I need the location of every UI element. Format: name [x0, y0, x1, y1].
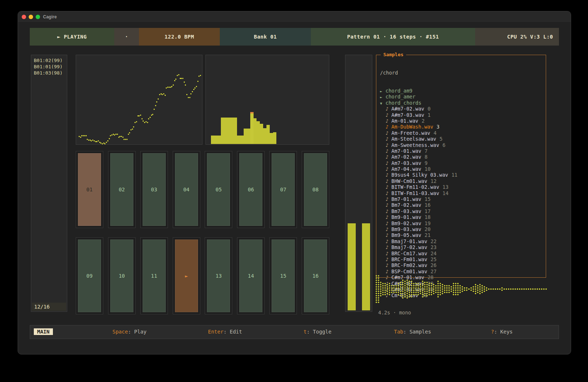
scatter-point: [174, 80, 175, 81]
samples-panel: Samples /chord ►chord_am9►chord_amer▼cho…: [376, 55, 546, 278]
note-icon: ♪: [386, 136, 391, 142]
hint-action: : Toggle: [306, 329, 331, 335]
spectrum-bar: [270, 133, 273, 144]
sample-folder-chord_chords[interactable]: ▼chord_chords: [380, 100, 544, 106]
sample-file-Bm7-01.wav[interactable]: ♪Bm7-01.wav15: [380, 196, 544, 202]
sample-file-BITW-Fm11-03.wav[interactable]: ♪BITW-Fm11-03.wav14: [380, 190, 544, 196]
spectrum-bar: [237, 136, 240, 144]
file-index: 20: [424, 226, 430, 232]
sample-waveform: [375, 274, 549, 304]
close-window-button[interactable]: [22, 15, 26, 19]
waveform-column: [545, 288, 547, 290]
sample-file-Am7-04.wav[interactable]: ♪Am7-04.wav10: [380, 166, 544, 172]
pad-03[interactable]: 03: [140, 151, 168, 228]
sample-folder-chord_am9[interactable]: ►chord_am9: [380, 88, 544, 94]
scatter-point: [152, 114, 153, 115]
sample-file-Am7-01.wav[interactable]: ♪Am7-01.wav7: [380, 148, 544, 154]
pad-12[interactable]: ►: [173, 237, 200, 314]
note-icon: ♪: [386, 262, 391, 268]
scatter-point: [184, 82, 185, 83]
sample-file-Am-Freeto.wav[interactable]: ♪Am-Freeto.wav4: [380, 130, 544, 136]
pad-11[interactable]: 11: [140, 237, 168, 314]
scatter-point: [151, 115, 152, 116]
sample-file-B9sus4 Silky 03.wav[interactable]: ♪B9sus4 Silky 03.wav11: [380, 172, 544, 178]
pad-09[interactable]: 09: [76, 237, 103, 314]
sample-file-Bmaj7-01.wav[interactable]: ♪Bmaj7-01.wav22: [380, 238, 544, 244]
pad-01[interactable]: 01: [76, 151, 103, 228]
pad-06[interactable]: 06: [237, 151, 265, 228]
sample-file-A#m7-03.wav[interactable]: ♪A#m7-03.wav1: [380, 112, 544, 118]
hint-action: : Play: [128, 329, 147, 335]
sample-file-Bm9-05.wav[interactable]: ♪Bm9-05.wav21: [380, 232, 544, 238]
scatter-point: [159, 94, 160, 95]
scatter-point: [99, 142, 100, 143]
sample-file-Bm9-01.wav[interactable]: ♪Bm9-01.wav18: [380, 214, 544, 220]
sample-file-BRC-Fm01.wav[interactable]: ♪BRC-Fm01.wav25: [380, 256, 544, 262]
sample-file-Am7-03.wav[interactable]: ♪Am7-03.wav9: [380, 160, 544, 166]
scatter-point: [141, 118, 143, 119]
pad-surface: 06: [239, 153, 262, 226]
pad-07[interactable]: 07: [269, 151, 297, 228]
pad-02[interactable]: 02: [108, 151, 136, 228]
pad-14[interactable]: 14: [237, 237, 265, 314]
file-name: BRC-Fm01.wav: [391, 256, 427, 262]
sample-file-A#m7-02.wav[interactable]: ♪A#m7-02.wav0: [380, 106, 544, 112]
sample-file-Bm9-02.wav[interactable]: ♪Bm9-02.wav19: [380, 220, 544, 226]
zoom-window-button[interactable]: [36, 15, 40, 19]
file-index: 26: [431, 262, 437, 268]
note-icon: ♪: [386, 190, 391, 196]
pad-surface: 03: [143, 153, 166, 226]
file-index: 3: [437, 124, 440, 130]
status-segment-beat-indicator: ·: [114, 28, 139, 46]
scatter-point: [95, 141, 96, 142]
status-segment-transport[interactable]: ► PLAYING: [30, 28, 114, 46]
scatter-point: [178, 74, 179, 75]
scatter-point: [186, 94, 187, 95]
scatter-point: [154, 109, 155, 110]
pad-surface: 14: [239, 239, 262, 312]
pad-04[interactable]: 04: [173, 151, 200, 228]
note-icon: ♪: [386, 226, 391, 232]
file-name: A#m7-02.wav: [391, 106, 424, 112]
pad-05[interactable]: 05: [205, 151, 232, 228]
sample-file-Bm7-02.wav[interactable]: ♪Bm7-02.wav16: [380, 202, 544, 208]
file-index: 1: [427, 112, 430, 118]
note-icon: ♪: [386, 142, 391, 148]
status-segment-pattern[interactable]: Pattern 01 · 16 steps · #151: [311, 28, 475, 46]
titlebar[interactable]: Cagire: [18, 11, 571, 23]
sample-folder-chord_amer[interactable]: ►chord_amer: [380, 94, 544, 100]
sample-info: 4.2s · mono: [378, 310, 411, 316]
samples-panel-title: Samples: [381, 52, 406, 57]
sample-file-Bm7-03.wav[interactable]: ♪Bm7-03.wav17: [380, 208, 544, 214]
scatter-point: [194, 87, 196, 89]
spectrum-bar: [260, 124, 263, 144]
status-segment-bank[interactable]: Bank 01: [220, 28, 311, 46]
file-name: Am-DubWash.wav: [391, 124, 433, 130]
file-name: Am-01.wav: [391, 118, 418, 124]
scatter-point: [192, 91, 193, 92]
sample-file-BHW-Cm01.wav[interactable]: ♪BHW-Cm01.wav12: [380, 178, 544, 184]
sample-file-BRC-Fm02.wav[interactable]: ♪BRC-Fm02.wav26: [380, 262, 544, 268]
pad-08[interactable]: 08: [302, 151, 329, 228]
pad-10[interactable]: 10: [108, 237, 136, 314]
minimize-window-button[interactable]: [29, 15, 33, 19]
sample-file-Am-Sweetness.wav[interactable]: ♪Am-Sweetness.wav6: [380, 142, 544, 148]
pad-13[interactable]: 13: [205, 237, 232, 314]
sample-file-Am7-02.wav[interactable]: ♪Am7-02.wav8: [380, 154, 544, 160]
sample-file-BRC-Cm17.wav[interactable]: ♪BRC-Cm17.wav24: [380, 251, 544, 256]
pad-16[interactable]: 16: [302, 237, 329, 314]
scatter-point: [189, 97, 190, 98]
file-name: BRC-Fm02.wav: [391, 262, 427, 268]
file-index: 2: [422, 118, 424, 124]
status-segment-bpm[interactable]: 122.0 BPM: [139, 28, 220, 46]
sample-file-Bmaj7-02.wav[interactable]: ♪Bmaj7-02.wav23: [380, 244, 544, 250]
sample-file-Am-01.wav[interactable]: ♪Am-01.wav2: [380, 118, 544, 124]
pad-15[interactable]: 15: [269, 237, 297, 314]
sample-file-Am-Steelsaw.wav[interactable]: ♪Am-Steelsaw.wav5: [380, 136, 544, 142]
sample-file-BITW-Fm11-02.wav[interactable]: ♪BITW-Fm11-02.wav13: [380, 184, 544, 190]
sample-file-Bm9-03.wav[interactable]: ♪Bm9-03.wav20: [380, 226, 544, 232]
voice-item: B01:03(98): [34, 70, 62, 76]
chevron-down-icon[interactable]: ▼: [380, 101, 386, 107]
scatter-point: [177, 75, 178, 76]
sample-file-Am-DubWash.wav[interactable]: ♪Am-DubWash.wav3: [380, 124, 544, 130]
